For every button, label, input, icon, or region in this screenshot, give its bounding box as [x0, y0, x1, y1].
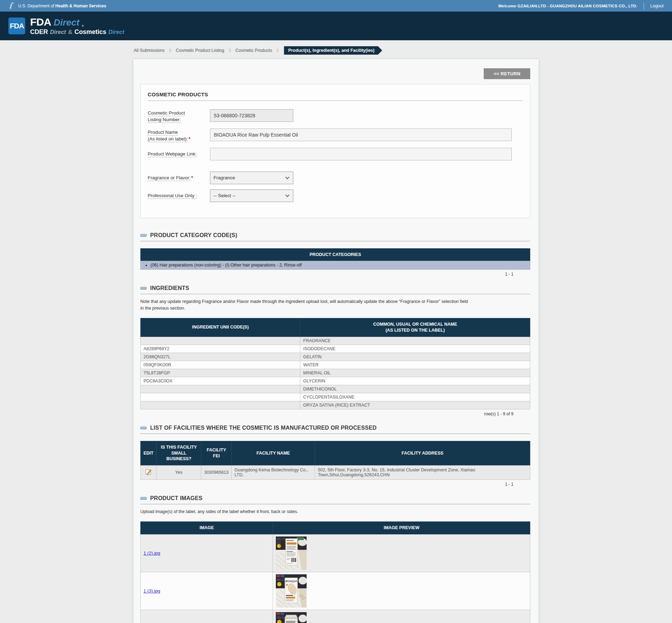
pagination: 1 - 1: [140, 480, 530, 487]
column-header-preview: IMAGE PREVIEW: [273, 522, 530, 534]
image-file-link[interactable]: 1 (2).jpg: [144, 551, 160, 556]
name-cell: GELATIN: [300, 353, 530, 361]
name-cell: WATER: [300, 361, 530, 369]
edit-pencil-icon: [145, 468, 152, 476]
section-title: LIST OF FACILITIES WHERE THE COSMETIC IS…: [150, 425, 377, 431]
chevron-right-icon: [227, 48, 231, 52]
breadcrumb-cosmetic-products[interactable]: Cosmetic Products: [235, 47, 273, 54]
column-header: PRODUCT CATEGORIES: [141, 248, 530, 261]
facilities-table: EDIT IS THIS FACILITY SMALL BUSINESS? FA…: [140, 441, 530, 480]
unii-cell: [141, 385, 300, 393]
fragrance-flavor-label: Fragrance or Flavor:*: [148, 174, 210, 181]
webpage-link-label: Product Webpage Link:: [148, 150, 210, 158]
table-row: 1 (3).jpg: [141, 572, 530, 610]
brand-ampersand: &: [68, 29, 72, 35]
fragrance-flavor-select[interactable]: Fragrance: [210, 172, 293, 184]
return-button[interactable]: << RETURN: [484, 68, 530, 79]
ingredients-section: INGREDIENTS Note that any update regardi…: [140, 285, 530, 416]
column-header-edit: EDIT: [141, 441, 156, 465]
unii-cell: [141, 393, 300, 401]
table-row: Yes 3030965613 Guangdong Kema Biotechnol…: [141, 465, 530, 480]
product-category-section: PRODUCT CATEGORY CODE(S) PRODUCT CATEGOR…: [140, 232, 530, 277]
unii-cell: 2G86QN327L: [141, 353, 300, 361]
collapse-icon[interactable]: [140, 287, 147, 290]
section-title: PRODUCT CATEGORY CODE(S): [150, 232, 237, 238]
category-item: (06) Hair preparations (non-coloring) - …: [150, 263, 530, 268]
column-header-name: FACILITY NAME: [232, 441, 315, 465]
required-asterisk: *: [189, 136, 190, 141]
fragrance-flavor-dropdown[interactable]: Fragrance: [210, 172, 293, 184]
table-row: CYCLOPENTASILOXANE: [141, 393, 530, 401]
welcome-text: Welcome GZAILIAN.LTD - GUANGZHOU AILIAN …: [498, 4, 637, 8]
unii-cell: T5L8T28FGP: [141, 369, 300, 377]
listing-number-field[interactable]: [210, 109, 293, 122]
hhs-eagle-icon: [8, 2, 15, 10]
brand-direct: Direct: [54, 18, 79, 27]
breadcrumb-current: Product(s), Ingredient(s), and Facility(…: [284, 46, 382, 55]
section-title: PRODUCT IMAGES: [150, 495, 202, 501]
professional-use-select[interactable]: -- Select --: [210, 189, 293, 202]
product-categories-table: PRODUCT CATEGORIES (06) Hair preparation…: [140, 248, 530, 270]
hhs-dept-text: U.S. Department of Health & Human Servic…: [18, 4, 106, 8]
collapse-icon[interactable]: [140, 427, 147, 429]
divider: [644, 2, 644, 9]
app-header: FDA FDA Direct CDER Direct & Cosmetics D…: [0, 12, 672, 40]
svg-text:BIOAQUA: BIOAQUA: [286, 580, 297, 583]
unii-cell: A8289P68Y2: [141, 345, 300, 353]
column-header-small-business: IS THIS FACILITY SMALL BUSINESS?: [156, 441, 201, 465]
main-panel: << RETURN COSMETIC PRODUCTS Cosmetic Pro…: [133, 59, 539, 623]
table-row: A8289P68Y2ISODODECANE: [141, 345, 530, 353]
unii-cell: [141, 337, 300, 345]
name-cell: GLYCERIN: [300, 377, 530, 385]
table-row: FRAGRANCE: [141, 337, 530, 345]
brand-cosmetics: Cosmetics: [75, 29, 106, 35]
image-file-link[interactable]: 1 (3).jpg: [144, 588, 160, 594]
name-cell: ORYZA SATIVA (RICE) EXTRACT: [300, 401, 530, 409]
product-webpage-field[interactable]: [210, 148, 512, 160]
table-row: 1 (2).jpg: [141, 534, 530, 572]
required-asterisk: *: [191, 175, 193, 180]
product-photo-back-open: [276, 612, 307, 623]
facility-address-cell: 502, 5th Floor, Factory 3-3, No. 15, Ind…: [315, 465, 530, 480]
brand-cder: CDER: [30, 29, 48, 35]
section-title: INGREDIENTS: [150, 285, 189, 291]
ingredients-note: Note that any update regarding Fragrance…: [140, 298, 530, 312]
table-row: T5L8T28FGPMINERAL OIL: [141, 369, 530, 377]
breadcrumb-cosmetic-product-listing[interactable]: Cosmetic Product Listing: [175, 47, 225, 54]
product-photo-back-label: [276, 537, 307, 570]
table-row: (06) Hair preparations (non-coloring) - …: [141, 261, 530, 270]
professional-use-label: Professional Use Only :: [148, 192, 210, 199]
name-cell: DIMETHICONOL: [300, 385, 530, 393]
product-name-field[interactable]: [210, 129, 512, 141]
unii-cell: [141, 401, 300, 409]
hhs-top-bar: U.S. Department of Health & Human Servic…: [0, 0, 672, 12]
breadcrumb: All Submissions Cosmetic Product Listing…: [133, 46, 539, 55]
logout-link[interactable]: Logout: [650, 4, 664, 8]
edit-facility-button[interactable]: [145, 468, 152, 477]
unii-cell: PDC6A3C0OX: [141, 377, 300, 385]
table-row: 1 (1).jpg: [141, 610, 530, 623]
unii-cell: 059QF0KO0R: [141, 361, 300, 369]
name-cell: FRAGRANCE: [300, 337, 530, 345]
product-photo-front: BIOAQUA: [276, 574, 307, 608]
name-cell: MINERAL OIL: [300, 369, 530, 377]
collapse-icon[interactable]: [140, 234, 147, 237]
brand-dot-icon: [82, 25, 84, 27]
cosmetic-products-form: COSMETIC PRODUCTS Cosmetic Product Listi…: [140, 84, 530, 218]
professional-use-dropdown[interactable]: -- Select --: [210, 190, 293, 202]
breadcrumb-all-submissions[interactable]: All Submissions: [133, 47, 165, 54]
images-note: Upload image(s) of the label, any sides …: [140, 508, 530, 515]
chevron-right-icon: [275, 48, 279, 52]
name-cell: ISODODECANE: [300, 345, 530, 353]
column-header-address: FACILITY ADDRESS: [315, 441, 530, 465]
name-cell: CYCLOPENTASILOXANE: [300, 393, 530, 401]
listing-number-label: Cosmetic Product Listing Number:: [148, 109, 210, 123]
column-header-image: IMAGE: [141, 522, 273, 534]
collapse-icon[interactable]: [140, 497, 147, 500]
brand-cder-direct: Direct: [50, 29, 66, 35]
brand-fda: FDA: [30, 17, 51, 27]
page: U.S. Department of Health & Human Servic…: [0, 0, 672, 623]
column-header-fei: FACILITY FEI: [201, 441, 232, 465]
fei-cell: 3030965613: [201, 465, 232, 480]
small-business-cell: Yes: [156, 465, 201, 480]
